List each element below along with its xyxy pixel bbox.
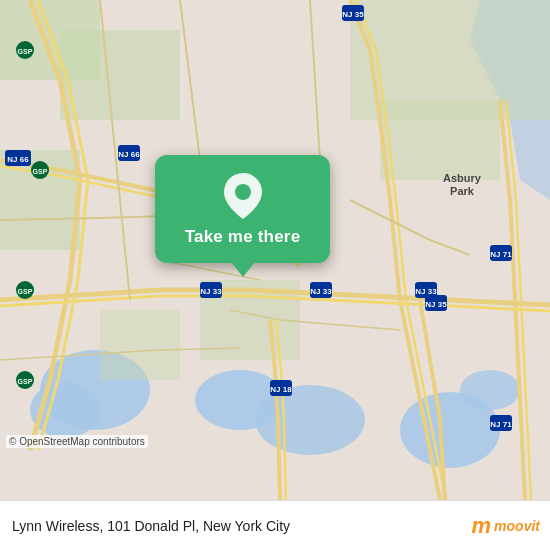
moovit-word: moovit [494, 518, 540, 534]
svg-text:NJ 33: NJ 33 [310, 287, 332, 296]
svg-text:NJ 66: NJ 66 [7, 155, 29, 164]
svg-rect-11 [380, 100, 500, 180]
svg-text:NJ 35: NJ 35 [342, 10, 364, 19]
location-text: Lynn Wireless, 101 Donald Pl, New York C… [12, 518, 290, 534]
svg-text:Asbury: Asbury [443, 172, 482, 184]
svg-point-44 [235, 184, 251, 200]
svg-text:NJ 66: NJ 66 [118, 150, 140, 159]
svg-text:NJ 71: NJ 71 [490, 250, 512, 259]
svg-text:NJ 35: NJ 35 [425, 300, 447, 309]
svg-text:Park: Park [450, 185, 475, 197]
svg-point-6 [460, 370, 520, 410]
location-pin-icon [224, 155, 262, 227]
moovit-logo: m moovit [472, 513, 540, 539]
svg-text:GSP: GSP [18, 288, 33, 295]
take-me-there-button[interactable]: Take me there [155, 155, 330, 263]
bottom-bar: Lynn Wireless, 101 Donald Pl, New York C… [0, 500, 550, 550]
svg-text:GSP: GSP [18, 378, 33, 385]
svg-text:NJ 33: NJ 33 [200, 287, 222, 296]
osm-credit: © OpenStreetMap contributors [6, 435, 148, 448]
svg-rect-8 [60, 30, 180, 120]
take-me-there-label: Take me there [185, 227, 301, 263]
svg-rect-13 [100, 310, 180, 380]
svg-text:GSP: GSP [18, 48, 33, 55]
moovit-m-letter: m [472, 513, 491, 539]
svg-text:NJ 33: NJ 33 [415, 287, 437, 296]
svg-text:NJ 71: NJ 71 [490, 420, 512, 429]
map-container: GSP GSP GSP GSP NJ 66 NJ 66 NJ 33 NJ 33 … [0, 0, 550, 500]
svg-text:NJ 18: NJ 18 [270, 385, 292, 394]
svg-text:GSP: GSP [33, 168, 48, 175]
